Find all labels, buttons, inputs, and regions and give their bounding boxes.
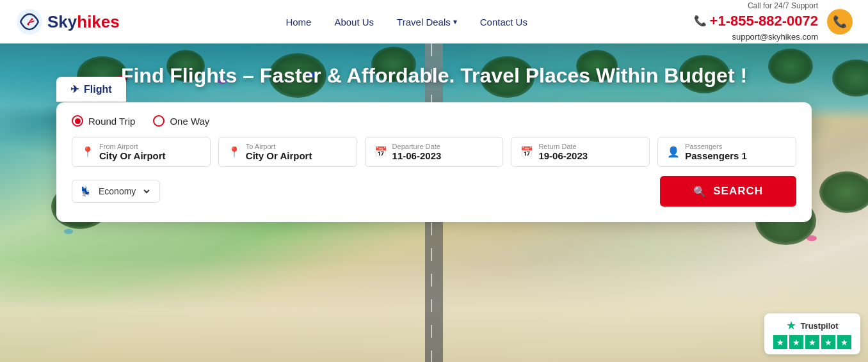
seat-icon: 💺 xyxy=(80,186,91,196)
search-button-label: SEARCH xyxy=(713,185,763,198)
logo[interactable]: Skyhikes xyxy=(15,8,120,36)
passengers-field[interactable]: 👤 Passengers Passengers 1 xyxy=(657,137,796,167)
flight-tab-label: Flight xyxy=(84,84,112,95)
star-2: ★ xyxy=(789,335,803,349)
logo-text: Skyhikes xyxy=(47,12,120,32)
trustpilot-header: ★ Trustpilot xyxy=(786,319,838,333)
main-nav: Home About Us Travel Deals Contact Us xyxy=(285,17,527,28)
star-3: ★ xyxy=(805,335,819,349)
star-5: ★ xyxy=(837,335,851,349)
departure-calendar-icon: 📅 xyxy=(374,146,387,158)
round-trip-radio[interactable] xyxy=(72,115,83,127)
beach-item-4 xyxy=(64,229,73,234)
phone-badge[interactable]: 📞 xyxy=(827,9,853,35)
return-value: 19-06-2023 xyxy=(538,150,588,161)
phone-icon: 📞 xyxy=(694,14,707,28)
plane-icon: ✈ xyxy=(70,83,79,95)
nav-travel-deals[interactable]: Travel Deals xyxy=(397,17,457,28)
contact-info: Call for 24/7 Support 📞 +1-855-882-0072 … xyxy=(694,1,818,43)
round-trip-option[interactable]: Round Trip xyxy=(72,115,135,127)
support-email: support@skyhikes.com xyxy=(694,31,818,43)
departure-label: Departure Date xyxy=(392,143,442,150)
passengers-value: Passengers 1 xyxy=(685,150,747,161)
round-trip-label: Round Trip xyxy=(88,116,135,127)
star-1: ★ xyxy=(773,335,787,349)
cabin-dropdown[interactable]: Economy Business First Class xyxy=(96,185,152,197)
support-label: Call for 24/7 Support xyxy=(694,1,818,12)
header-right: Call for 24/7 Support 📞 +1-855-882-0072 … xyxy=(694,1,853,43)
from-location-icon: 📍 xyxy=(81,146,94,158)
return-label: Return Date xyxy=(538,143,588,150)
flight-tab[interactable]: ✈ Flight xyxy=(56,77,126,102)
search-icon: 🔍 xyxy=(693,185,707,198)
nav-home[interactable]: Home xyxy=(285,17,311,28)
to-field[interactable]: 📍 To Airport City Or Airport xyxy=(218,137,357,167)
passengers-label: Passengers xyxy=(685,143,747,150)
star-4: ★ xyxy=(821,335,835,349)
search-fields-row: 📍 From Airport City Or Airport 📍 To Airp… xyxy=(72,137,796,167)
trustpilot-stars: ★ ★ ★ ★ ★ xyxy=(773,335,851,349)
to-value: City Or Airport xyxy=(246,150,312,161)
beach-item-5 xyxy=(807,235,817,241)
to-label: To Airport xyxy=(246,143,312,150)
one-way-option[interactable]: One Way xyxy=(153,115,209,127)
palm-13 xyxy=(819,171,868,213)
return-calendar-icon: 📅 xyxy=(520,146,533,158)
cabin-class-select[interactable]: 💺 Economy Business First Class xyxy=(72,180,160,203)
return-field[interactable]: 📅 Return Date 19-06-2023 xyxy=(511,137,650,167)
search-container: ✈ Flight Round Trip One Way 📍 From Airpo… xyxy=(56,102,812,222)
trip-type-row: Round Trip One Way xyxy=(72,115,796,127)
one-way-label: One Way xyxy=(170,116,209,127)
phone-number[interactable]: 📞 +1-855-882-0072 xyxy=(694,12,818,31)
search-button[interactable]: 🔍 SEARCH xyxy=(660,176,796,207)
hero-headline: Find Flights – Faster & Affordable. Trav… xyxy=(0,64,868,88)
from-value: City Or Airport xyxy=(99,150,166,161)
to-location-icon: 📍 xyxy=(228,146,241,158)
nav-about[interactable]: About Us xyxy=(334,17,374,28)
trustpilot-logo-icon: ★ xyxy=(786,319,796,333)
one-way-radio[interactable] xyxy=(153,115,165,127)
trustpilot-badge: ★ Trustpilot ★ ★ ★ ★ ★ xyxy=(764,313,860,354)
from-field[interactable]: 📍 From Airport City Or Airport xyxy=(72,137,211,167)
trustpilot-label: Trustpilot xyxy=(800,321,838,331)
header: Skyhikes Home About Us Travel Deals Cont… xyxy=(0,0,868,43)
search-bottom-row: 💺 Economy Business First Class 🔍 SEARCH xyxy=(72,176,796,207)
nav-contact[interactable]: Contact Us xyxy=(480,17,527,28)
passengers-icon: 👤 xyxy=(667,146,680,158)
from-label: From Airport xyxy=(99,143,166,150)
departure-value: 11-06-2023 xyxy=(392,150,442,161)
departure-field[interactable]: 📅 Departure Date 11-06-2023 xyxy=(365,137,504,167)
